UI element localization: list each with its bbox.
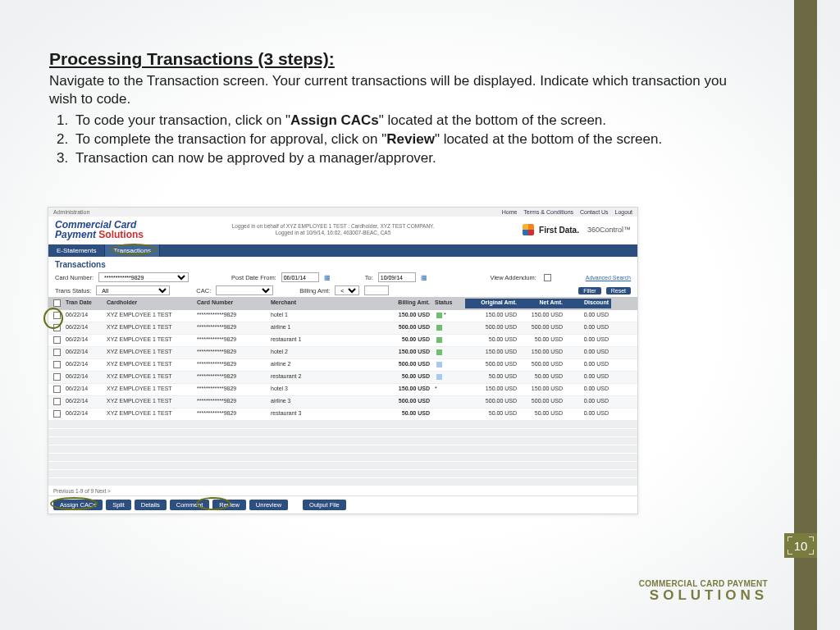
table-row[interactable]: 06/22/14XYZ EMPLOYEE 1 TEST************9…	[48, 322, 637, 335]
nav-logout[interactable]: Logout	[615, 209, 632, 215]
table-row[interactable]: 06/22/14XYZ EMPLOYEE 1 TEST************9…	[48, 347, 637, 359]
status-label: Trans Status:	[55, 287, 91, 294]
to-label: To:	[365, 274, 373, 281]
reset-button[interactable]: Reset	[606, 287, 631, 294]
table-row[interactable]: 06/22/14XYZ EMPLOYEE 1 TEST************9…	[48, 310, 637, 322]
unreview-button[interactable]: Unreview	[249, 500, 288, 510]
row-checkbox[interactable]	[53, 361, 61, 368]
step-2: To complete the transaction for approval…	[72, 130, 738, 149]
details-button[interactable]: Details	[135, 500, 167, 510]
table-row[interactable]: 06/22/14XYZ EMPLOYEE 1 TEST************9…	[48, 335, 637, 347]
postfrom-label: Post Date From:	[231, 274, 276, 281]
footer-line2: SOLUTIONS	[639, 588, 768, 602]
step-3: Transaction can now be approved by a man…	[72, 149, 738, 168]
cac-select[interactable]	[216, 285, 273, 295]
pager[interactable]: Previous 1-9 of 9 Next >	[48, 486, 637, 495]
table-row[interactable]: 06/22/14XYZ EMPLOYEE 1 TEST************9…	[48, 384, 637, 396]
row-checkbox[interactable]	[53, 312, 61, 319]
card-select[interactable]: ************9829	[98, 272, 189, 282]
postfrom-input[interactable]	[281, 272, 319, 282]
footer-logo: COMMERCIAL CARD PAYMENT SOLUTIONS	[639, 580, 768, 602]
billing-op-select[interactable]: <	[335, 285, 359, 295]
brand-logo: Commercial Card Payment Solutions	[55, 220, 144, 240]
row-checkbox[interactable]	[53, 336, 61, 344]
tab-estatements[interactable]: E-Statements	[48, 244, 105, 257]
addendum-label: View Addendum:	[491, 274, 536, 281]
slide-heading: Processing Transactions (3 steps):	[49, 49, 738, 69]
calendar-icon[interactable]: ▦	[421, 274, 427, 281]
output-file-button[interactable]: Output File	[303, 500, 346, 510]
advanced-search-link[interactable]: Advanced Search	[586, 275, 631, 281]
assign-cacs-button[interactable]: Assign CACs	[53, 500, 103, 510]
page-number-badge: 10	[784, 533, 817, 558]
review-button[interactable]: Review	[212, 500, 246, 510]
nav-contact[interactable]: Contact Us	[580, 209, 609, 215]
slide-intro: Navigate to the Transaction screen. Your…	[49, 72, 738, 108]
comment-button[interactable]: Comment	[170, 500, 210, 510]
table-row[interactable]: 06/22/14XYZ EMPLOYEE 1 TEST************9…	[48, 372, 637, 384]
nav-home[interactable]: Home	[502, 209, 518, 215]
select-all-checkbox[interactable]	[53, 299, 61, 307]
nav-terms[interactable]: Terms & Conditions	[523, 209, 573, 215]
to-input[interactable]	[378, 272, 416, 282]
step-1: To code your transaction, click on "Assi…	[72, 112, 738, 130]
row-checkbox[interactable]	[53, 386, 61, 393]
table-header: Tran Date Cardholder Card Number Merchan…	[48, 297, 637, 310]
table-row[interactable]: 06/22/14XYZ EMPLOYEE 1 TEST************9…	[48, 396, 637, 409]
firstdata-icon	[523, 224, 534, 235]
row-checkbox[interactable]	[53, 373, 61, 381]
filter-button[interactable]: Filter	[578, 287, 601, 294]
app-screenshot: Administration Home Terms & Conditions C…	[48, 207, 638, 514]
product-label: 360Control™	[587, 226, 631, 234]
table-row[interactable]: 06/22/14XYZ EMPLOYEE 1 TEST************9…	[48, 359, 637, 372]
addendum-checkbox[interactable]	[544, 274, 551, 281]
split-button[interactable]: Split	[106, 500, 131, 510]
tab-transactions[interactable]: Transactions	[105, 244, 160, 257]
logged-in-info: Logged in on behalf of XYZ EMPLOYEE 1 TE…	[232, 223, 435, 236]
status-select[interactable]: All	[96, 285, 170, 295]
row-checkbox[interactable]	[53, 349, 61, 356]
row-checkbox[interactable]	[53, 398, 61, 405]
admin-label[interactable]: Administration	[53, 209, 89, 215]
calendar-icon[interactable]: ▦	[324, 274, 331, 281]
page-title: Transactions	[48, 257, 637, 271]
row-checkbox[interactable]	[53, 410, 61, 418]
row-checkbox[interactable]	[53, 324, 61, 331]
steps-list: To code your transaction, click on "Assi…	[49, 112, 738, 168]
billing-label: Billing Amt:	[299, 287, 330, 294]
page-number: 10	[794, 539, 808, 553]
cac-label: CAC:	[196, 287, 211, 294]
card-label: Card Number:	[55, 274, 94, 281]
firstdata-label: First Data.	[539, 226, 579, 235]
billing-amt-input[interactable]	[364, 285, 389, 295]
table-row[interactable]: 06/22/14XYZ EMPLOYEE 1 TEST************9…	[48, 409, 637, 421]
